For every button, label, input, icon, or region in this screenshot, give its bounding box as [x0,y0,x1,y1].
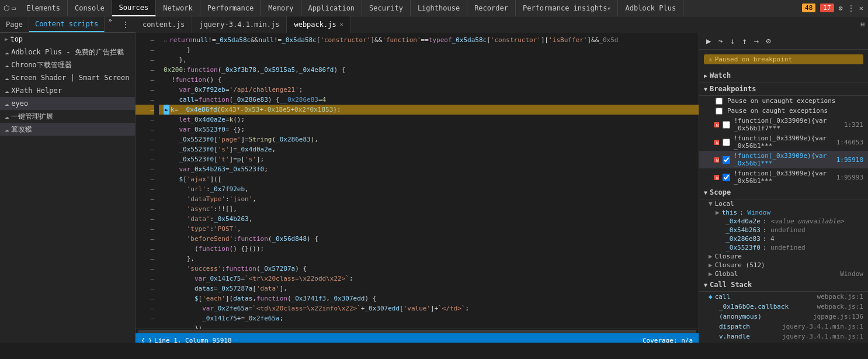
nav-right: 48 17 ⚙ ⋮ ✕ [802,4,868,12]
step-over-btn[interactable]: ↷ [716,35,725,47]
bp-checkbox-4[interactable] [723,174,730,181]
sidebar-item-tampermonkey[interactable]: ☁ 篡改猴 [0,123,135,136]
tab-recorder[interactable]: Recorder [467,0,516,16]
tab-page[interactable]: Page [0,16,29,32]
pause-caught-checkbox[interactable] [716,108,723,115]
tab-performance-insights[interactable]: Performance insights ⚡ [516,0,619,16]
xhr-section-header[interactable]: ▶ XHR/fetch Breakpoints [699,341,868,343]
code-editor[interactable]: – – – – – – – – – – – – – – – – – – – – [136,33,699,343]
sidebar-item-adblock[interactable]: ☁ Adblock Plus - 免费的广告拦截 [0,46,135,58]
settings-icon[interactable]: ⚙ [839,4,843,12]
bp-item-2[interactable]: W !function(_0x33909e){var _0x56b1*** 1:… [699,133,868,151]
global-value: Window [840,270,863,278]
scope-global-header[interactable]: ▶ Global Window [699,270,868,278]
more-tabs-btn[interactable]: » [105,16,116,32]
error-badge: 17 [820,4,834,12]
cs-item-callback[interactable]: _0x1a6b0e.callback webpack.js:1 [699,302,868,312]
file-tab-jquery[interactable]: jquery-3.4.1.min.js [192,16,287,33]
cs-item-call[interactable]: ◆ call webpack.js:1 [699,292,868,302]
tab-application[interactable]: Application [301,0,362,16]
step-btn[interactable]: → [752,35,761,47]
cs-fn-call: call [715,293,731,301]
cs-item-anon[interactable]: (anonymous) jqpage.js:136 [699,312,868,322]
global-label: Global [715,270,738,278]
cloud-icon-6: ☁ [5,112,9,120]
sidebar-item-eyeo[interactable]: ☁ eyeo [0,97,135,110]
code-line-15: $['ajax']([ [159,174,699,184]
tab-elements[interactable]: Elements [19,0,68,16]
tab-content-scripts[interactable]: Content scripts [29,16,105,32]
close-icon[interactable]: ✕ [859,4,863,12]
cs-file-anon: jqpage.js:136 [813,313,863,320]
more-icon[interactable]: ⋮ [848,4,855,12]
nav-tabs: Elements Console Sources Network Perform… [19,0,683,16]
file-tab-content-js[interactable]: content.js [136,16,192,33]
cs-file-dispatch: jquery-3.4.1.min.js:1 [782,323,863,330]
horizontal-scrollbar[interactable] [136,329,699,333]
sidebar-item-manager[interactable]: ☁ 一键管理扩展 [0,110,135,123]
code-line-5: !function() { [159,75,699,85]
callstack-section-header[interactable]: ▼ Call Stack [699,278,868,292]
code-line-30: }), [159,323,699,329]
bp-location-3: 1:95918 [836,156,863,164]
step-out-btn[interactable]: ↑ [739,35,749,47]
breakpoints-section-header[interactable]: ▼ Breakpoints [699,82,868,96]
file-tab-webpack[interactable]: webpack.js ✕ [287,16,350,33]
bp-item-3[interactable]: W !function(_0x33909e){var _0x56b1*** 1:… [699,151,868,168]
tab-lighthouse[interactable]: Lighthouse [411,0,467,16]
code-line-20: 'type': 'POST', [159,224,699,234]
cs-spacer-2 [709,313,717,320]
sources-more-icon[interactable]: ⋮ [119,19,132,30]
this-expand-icon[interactable]: ▶ [716,209,720,216]
bp-item-4[interactable]: W !function(_0x33909e){var _0x56b1*** 1:… [699,168,868,186]
device-icon[interactable]: ▭ [12,4,16,12]
file-tab-expand-icon[interactable]: ⊟ [857,20,868,28]
code-line-28: var _0x2fe65a = `<td\x20class=\x22info\x… [159,303,699,313]
scope-local-header[interactable]: ▼ Local [699,199,868,208]
webpack-icon-2: W [713,138,719,146]
local-expand-icon: ▼ [709,200,713,208]
sidebar-top-item[interactable]: ▶ top [0,33,135,46]
code-text[interactable]: ↵ return null != _0x5da58c && null != _0… [159,33,699,329]
deactivate-btn[interactable]: ⊘ [763,35,773,47]
scope-closure512-header[interactable]: ▶ Closure (512) [699,261,868,270]
debug-controls: ▶ ↷ ↓ ↑ → ⊘ [699,33,868,50]
tab-network[interactable]: Network [156,0,200,16]
tab-console[interactable]: Console [68,0,112,16]
file-tab-label: content.js [143,20,185,29]
resume-btn[interactable]: ▶ [704,35,713,47]
step-into-btn[interactable]: ↓ [728,35,737,47]
tab-security[interactable]: Security [362,0,411,16]
scope-key-54b263: _0x54b263 [725,226,761,234]
close-tab-icon[interactable]: ✕ [340,21,343,27]
bp-checkbox-2[interactable] [723,139,730,146]
watch-section-header[interactable]: ▶ Watch [699,69,868,82]
cloud-icon-4: ☁ [5,87,9,95]
tab-sources[interactable]: Sources [112,0,157,16]
code-line-12: _0x5523f0['s'] = _0x4d0a2e, [159,144,699,154]
scope-val-54b263: undefined [766,226,805,234]
cs-item-dispatch[interactable]: dispatch jquery-3.4.1.min.js:1 [699,322,868,332]
scope-closure-header[interactable]: ▶ Closure [699,252,868,261]
cs-item-vhandle[interactable]: v.handle jquery-3.4.1.min.js:1 [699,332,868,341]
cs-fn-vhandle: v.handle [719,333,750,340]
bp-checkbox-3[interactable] [723,156,730,164]
scope-val-4d0a2e: <value unavailable> [766,218,843,225]
tab-performance[interactable]: Performance [200,0,261,16]
code-line-4: 0x200: function(_0x3f3b78, _0x5915a5, _0… [159,65,699,75]
tab-memory[interactable]: Memory [261,0,301,16]
scope-val-this[interactable]: Window [744,209,770,216]
sidebar-item-chrono[interactable]: ☁ Chrono下载管理器 [0,58,135,71]
pause-uncaught-checkbox[interactable] [716,98,723,105]
sidebar-item-xpath[interactable]: ☁ XPath Helper [0,84,135,97]
closure512-expand-icon: ▶ [709,261,713,269]
bp-item-1[interactable]: W !function(_0x33909e){var _0x56b1f7*** … [699,116,868,133]
tab-adblock[interactable]: Adblock Plus [618,0,683,16]
scope-section-header[interactable]: ▼ Scope [699,186,868,199]
code-line-27: $['each'](datas, function(_0x3741f3, _0x… [159,294,699,303]
sidebar-item-screen-shader[interactable]: ☁ Screen Shader | Smart Screen [0,71,135,84]
global-expand-icon: ▶ [709,270,713,278]
code-line-24: 'success': function(_0x57287a) { [159,264,699,274]
inspect-icon[interactable]: ⬡ [4,4,9,12]
bp-checkbox-1[interactable] [723,121,730,129]
